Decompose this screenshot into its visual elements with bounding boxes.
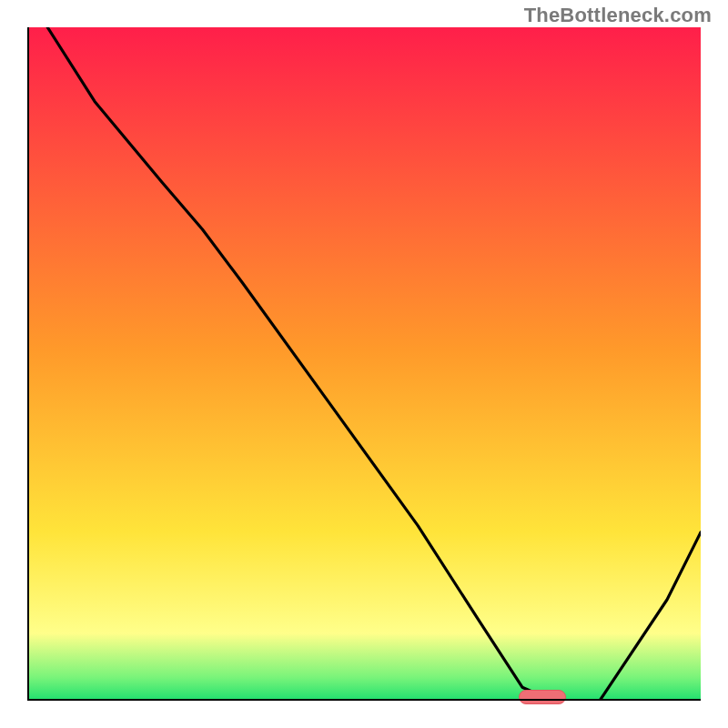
chart-container: { "watermark": "TheBottleneck.com", "col… — [0, 0, 728, 728]
optimal-marker — [519, 690, 566, 704]
watermark-text: TheBottleneck.com — [524, 4, 712, 27]
svg-rect-0 — [27, 27, 701, 701]
plot-area — [27, 27, 701, 701]
gradient-background — [27, 27, 701, 701]
